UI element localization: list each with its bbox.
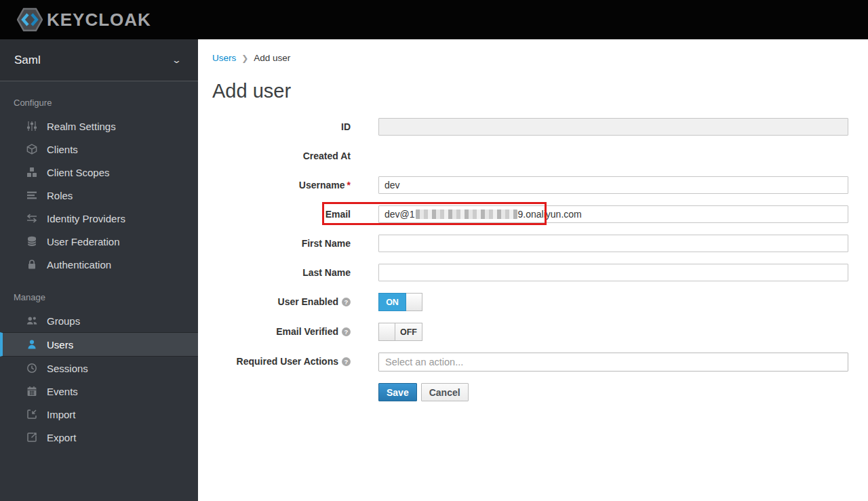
sidebar-item-label: Clients <box>47 144 78 155</box>
form-row-username: Username* <box>212 176 868 194</box>
sidebar-item-label: Realm Settings <box>47 121 116 132</box>
sidebar-item-roles[interactable]: Roles <box>0 184 198 207</box>
sidebar-item-label: Sessions <box>47 363 88 374</box>
sidebar-item-user-federation[interactable]: User Federation <box>0 230 198 253</box>
keycloak-logo[interactable]: KEYCLOAK <box>17 6 151 33</box>
database-icon <box>26 236 37 247</box>
sidebar-item-identity-providers[interactable]: Identity Providers <box>0 207 198 230</box>
sliders-icon <box>26 121 37 132</box>
keycloak-hexagon-icon <box>17 6 43 33</box>
sidebar-item-clients[interactable]: Clients <box>0 138 198 161</box>
users-icon <box>26 315 37 327</box>
sidebar-item-client-scopes[interactable]: Client Scopes <box>0 161 198 184</box>
breadcrumb-link-users[interactable]: Users <box>212 53 236 63</box>
form-row-id: ID <box>212 118 868 136</box>
email-verified-toggle[interactable]: OFF <box>378 323 422 341</box>
sidebar-item-label: Export <box>47 432 76 443</box>
form-row-last-name: Last Name <box>212 264 868 281</box>
sidebar-item-label: Client Scopes <box>47 167 110 178</box>
sidebar-item-import[interactable]: Import <box>0 403 198 426</box>
created-at-label: Created At <box>212 147 351 165</box>
help-icon[interactable]: ? <box>342 298 351 306</box>
email-verified-label: Email Verified <box>276 326 338 337</box>
sidebar-item-authentication[interactable]: Authentication <box>0 253 198 276</box>
realm-selector[interactable]: Saml ⌄ <box>0 39 198 81</box>
sidebar-item-label: Identity Providers <box>47 213 125 224</box>
required-asterisk: * <box>347 180 351 191</box>
sidebar-item-sessions[interactable]: Sessions <box>0 357 198 380</box>
form-row-first-name: First Name <box>212 235 868 252</box>
required-user-actions-select[interactable]: Select an action... <box>378 353 848 372</box>
form-actions: Save Cancel <box>378 383 868 401</box>
cancel-button[interactable]: Cancel <box>421 383 469 401</box>
sidebar-item-label: Events <box>47 386 78 397</box>
toggle-off-label: OFF <box>395 323 422 341</box>
breadcrumb-current: Add user <box>254 53 290 63</box>
toggle-on-label: ON <box>378 293 406 311</box>
lock-icon <box>26 259 37 270</box>
email-value-prefix: dev@1 <box>384 209 415 220</box>
nav-section-manage: Manage <box>0 276 198 309</box>
chevron-down-icon: ⌄ <box>172 55 182 65</box>
email-label: Email <box>212 205 351 223</box>
export-icon <box>26 432 37 443</box>
form-row-email-verified: Email Verified? OFF <box>212 323 868 341</box>
sidebar-item-export[interactable]: Export <box>0 426 198 449</box>
breadcrumb: Users ❯ Add user <box>212 39 868 63</box>
cubes-icon <box>26 167 37 178</box>
add-user-form: ID Created At Username* Email dev@19.ona… <box>212 118 868 401</box>
form-row-created-at: Created At <box>212 147 868 165</box>
email-field[interactable]: dev@19.onaliyun.com <box>378 205 848 223</box>
clock-icon <box>26 363 37 374</box>
last-name-field[interactable] <box>378 264 848 281</box>
email-redacted-segment <box>416 209 517 219</box>
calendar-icon <box>26 386 37 397</box>
email-value-suffix: 9.onaliyun.com <box>518 209 582 220</box>
help-icon[interactable]: ? <box>342 357 351 366</box>
page-title: Add user <box>212 80 868 102</box>
sidebar-item-label: Groups <box>47 315 80 327</box>
exchange-icon <box>26 213 37 224</box>
select-placeholder: Select an action... <box>385 357 463 367</box>
first-name-field[interactable] <box>378 235 848 252</box>
cube-icon <box>26 144 37 155</box>
main-content: Users ❯ Add user Add user ID Created At … <box>198 0 868 401</box>
import-icon <box>26 409 37 420</box>
form-row-required-user-actions: Required User Actions? Select an action.… <box>212 353 868 372</box>
breadcrumb-separator-icon: ❯ <box>241 54 248 63</box>
top-header-bar: KEYCLOAK <box>0 0 868 39</box>
username-field[interactable] <box>378 176 848 194</box>
sidebar-item-label: Users <box>47 339 73 350</box>
sidebar-item-label: User Federation <box>47 236 120 247</box>
form-row-email: Email dev@19.onaliyun.com <box>212 205 868 223</box>
user-icon <box>26 339 37 350</box>
sidebar-item-users[interactable]: Users <box>0 332 198 357</box>
sidebar-item-label: Roles <box>47 190 73 201</box>
sidebar-item-groups[interactable]: Groups <box>0 309 198 332</box>
nav-section-configure: Configure <box>0 81 198 115</box>
user-enabled-label: User Enabled <box>278 296 338 307</box>
sidebar-item-realm-settings[interactable]: Realm Settings <box>0 115 198 138</box>
required-user-actions-label: Required User Actions <box>237 356 338 367</box>
sidebar-item-label: Authentication <box>47 259 111 270</box>
first-name-label: First Name <box>212 235 351 252</box>
user-enabled-toggle[interactable]: ON <box>378 293 422 311</box>
last-name-label: Last Name <box>212 264 351 281</box>
sidebar: Saml ⌄ Configure Realm Settings Clients … <box>0 39 198 501</box>
list-icon <box>26 190 37 201</box>
help-icon[interactable]: ? <box>342 327 351 336</box>
brand-name: KEYCLOAK <box>47 9 151 31</box>
sidebar-item-label: Import <box>47 409 76 420</box>
realm-name: Saml <box>14 54 41 67</box>
save-button[interactable]: Save <box>378 383 417 401</box>
id-label: ID <box>212 118 351 136</box>
id-field[interactable] <box>378 118 848 136</box>
form-row-user-enabled: User Enabled? ON <box>212 293 868 311</box>
toggle-handle <box>378 323 395 341</box>
toggle-handle <box>406 293 422 311</box>
sidebar-item-events[interactable]: Events <box>0 380 198 403</box>
username-label: Username <box>299 180 345 191</box>
